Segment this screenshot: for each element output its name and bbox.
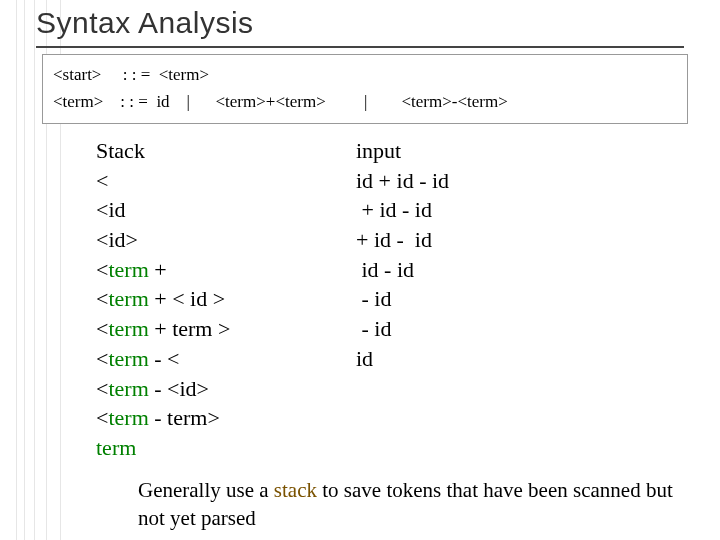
grammar-rhs: <term>: [159, 65, 209, 84]
grammar-rhs: <term>+<term>: [216, 92, 326, 111]
trace-stack: <term +: [96, 255, 356, 285]
trace-stack: <: [96, 166, 356, 196]
trace-stack: term: [96, 433, 356, 463]
grammar-op: : : =: [123, 65, 151, 84]
grammar-row-2: <term> : : = id | <term>+<term> | <term>…: [53, 88, 677, 115]
trace-row: <term - < id: [96, 344, 449, 374]
trace-row: <id + id - id: [96, 195, 449, 225]
note-pre: Generally use a: [138, 478, 274, 502]
grammar-sep: |: [187, 92, 190, 111]
grammar-rhs: id: [156, 92, 169, 111]
grammar-box: <start> : : = <term> <term> : : = id | <…: [42, 54, 688, 124]
trace-input: + id - id: [356, 195, 432, 225]
grammar-sep: |: [364, 92, 367, 111]
grammar-lhs: <start>: [53, 65, 101, 84]
trace-row: < id + id - id: [96, 166, 449, 196]
trace-input: + id - id: [356, 225, 432, 255]
trace-stack: <id: [96, 195, 356, 225]
trace-stack: <term - <: [96, 344, 356, 374]
footer-note: Generally use a stack to save tokens tha…: [138, 476, 678, 533]
trace-stack: <term + < id >: [96, 284, 356, 314]
trace-row: <term - <id>: [96, 374, 449, 404]
note-keyword: stack: [274, 478, 317, 502]
trace-row: <id> + id - id: [96, 225, 449, 255]
trace-row: <term - term>: [96, 403, 449, 433]
page-title: Syntax Analysis: [36, 6, 254, 40]
trace-header-input: input: [356, 136, 401, 166]
title-underline: [36, 46, 684, 48]
trace-row: <term + id - id: [96, 255, 449, 285]
grammar-rhs: <term>-<term>: [401, 92, 507, 111]
grammar-lhs: <term>: [53, 92, 103, 111]
trace-input: - id: [356, 284, 391, 314]
trace-stack: <term - term>: [96, 403, 356, 433]
trace-input: id + id - id: [356, 166, 449, 196]
trace-stack: <term + term >: [96, 314, 356, 344]
trace-input: id - id: [356, 255, 414, 285]
trace-header: Stack input: [96, 136, 449, 166]
parse-trace: Stack input < id + id - id <id + id - id…: [96, 136, 449, 463]
trace-row: <term + term > - id: [96, 314, 449, 344]
grammar-row-1: <start> : : = <term>: [53, 61, 677, 88]
grammar-op: : : =: [120, 92, 148, 111]
trace-header-stack: Stack: [96, 136, 356, 166]
trace-input: - id: [356, 314, 391, 344]
trace-row: term: [96, 433, 449, 463]
trace-row: <term + < id > - id: [96, 284, 449, 314]
trace-stack: <id>: [96, 225, 356, 255]
trace-input: id: [356, 344, 373, 374]
trace-stack: <term - <id>: [96, 374, 356, 404]
